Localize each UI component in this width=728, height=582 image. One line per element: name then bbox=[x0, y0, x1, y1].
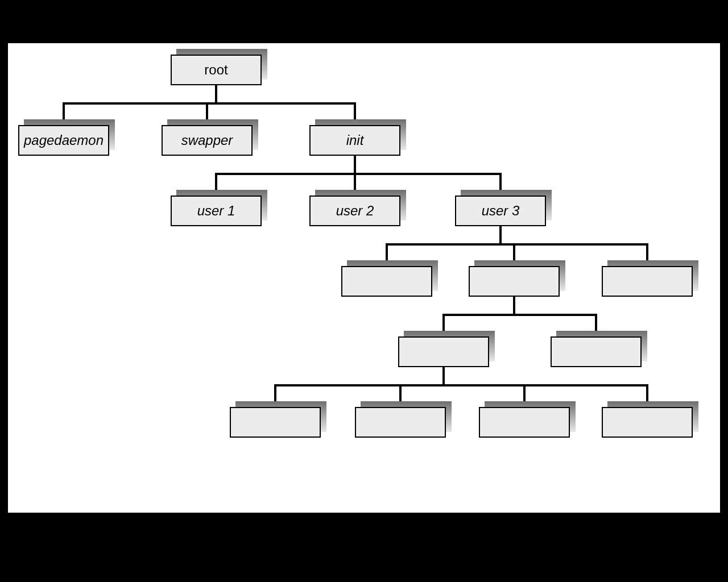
node-label: pagedaemon bbox=[24, 132, 104, 148]
connector bbox=[513, 297, 515, 314]
connector bbox=[386, 243, 648, 246]
diagram-canvas: root pagedaemon swapper init user 1 user… bbox=[8, 43, 720, 513]
node-l3a bbox=[341, 266, 432, 297]
connector bbox=[215, 85, 217, 102]
node-init: init bbox=[309, 125, 400, 156]
node-l4b bbox=[551, 336, 642, 367]
node-label: init bbox=[346, 132, 364, 148]
node-l5a bbox=[230, 407, 321, 438]
node-label: root bbox=[204, 62, 228, 78]
connector bbox=[274, 384, 648, 386]
node-pagedaemon: pagedaemon bbox=[18, 125, 109, 156]
connector bbox=[63, 102, 355, 105]
connector bbox=[215, 173, 502, 175]
node-l3c bbox=[602, 266, 693, 297]
node-user2: user 2 bbox=[309, 196, 400, 226]
node-l5b bbox=[355, 407, 446, 438]
connector bbox=[442, 367, 445, 384]
node-user1: user 1 bbox=[171, 196, 262, 226]
node-label: user 3 bbox=[482, 203, 520, 219]
node-label: swapper bbox=[181, 132, 233, 148]
node-label: user 1 bbox=[197, 203, 235, 219]
node-l3b bbox=[469, 266, 560, 297]
node-root: root bbox=[171, 55, 262, 85]
node-l4a bbox=[398, 336, 489, 367]
connector bbox=[354, 156, 356, 173]
connector bbox=[442, 314, 597, 316]
connector bbox=[499, 226, 502, 243]
node-l5d bbox=[602, 407, 693, 438]
node-swapper: swapper bbox=[162, 125, 253, 156]
node-l5c bbox=[479, 407, 570, 438]
node-user3: user 3 bbox=[455, 196, 546, 226]
node-label: user 2 bbox=[336, 203, 374, 219]
